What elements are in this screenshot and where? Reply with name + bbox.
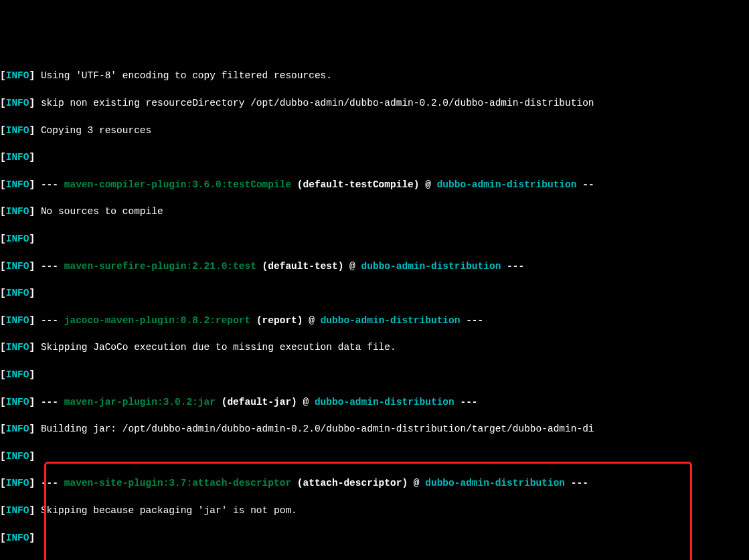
log-line: [INFO] [0, 531, 749, 545]
log-line: [INFO] --- maven-compiler-plugin:3.6.0:t… [0, 178, 749, 191]
log-line: [INFO] Copying 3 resources [0, 124, 749, 137]
log-line: [INFO] [0, 450, 749, 463]
log-line: [INFO] Skipping because packaging 'jar' … [0, 504, 749, 517]
log-line: [INFO] [0, 151, 749, 164]
log-line: [INFO] Skipping JaCoCo execution due to … [0, 341, 749, 354]
log-line: [INFO] --- jacoco-maven-plugin:0.8.2:rep… [0, 314, 749, 327]
log-line: [INFO] [0, 368, 749, 381]
log-line: [INFO] --- maven-jar-plugin:3.0.2:jar (d… [0, 395, 749, 409]
log-line: [INFO] [0, 286, 749, 300]
log-line: [INFO] Using 'UTF-8' encoding to copy fi… [0, 69, 749, 82]
log-line: [INFO] Building jar: /opt/dubbo-admin/du… [0, 422, 749, 436]
log-line: [INFO] --- maven-surefire-plugin:2.21.0:… [0, 260, 749, 273]
log-line: [INFO] [0, 232, 749, 246]
log-line: [INFO] skip non existing resourceDirecto… [0, 96, 749, 110]
terminal-output: [INFO] Using 'UTF-8' encoding to copy fi… [0, 56, 749, 560]
log-line: [INFO] No sources to compile [0, 205, 749, 218]
log-line: [INFO] --- maven-site-plugin:3.7:attach-… [0, 476, 749, 490]
